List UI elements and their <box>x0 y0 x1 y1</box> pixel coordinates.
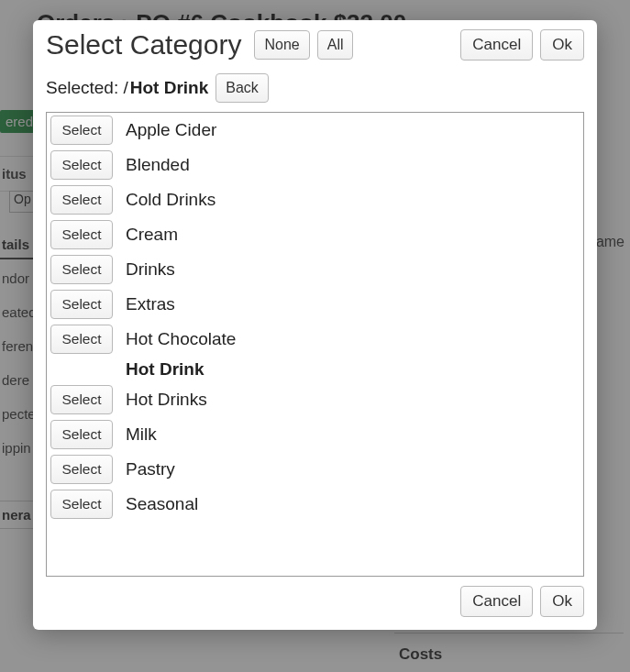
category-name: Hot Drink <box>118 359 204 380</box>
none-button[interactable]: None <box>254 30 309 60</box>
category-name: Milk <box>118 424 157 445</box>
category-row: SelectExtras <box>47 287 583 322</box>
select-button[interactable]: Select <box>50 116 113 145</box>
category-name: Seasonal <box>118 494 198 514</box>
category-name: Extras <box>118 294 175 314</box>
category-list: SelectApple CiderSelectBlendedSelectCold… <box>46 112 584 577</box>
category-row: Hot Drink <box>47 357 583 382</box>
select-button[interactable]: Select <box>50 385 113 414</box>
ok-button-bottom[interactable]: Ok <box>540 586 584 617</box>
select-category-dialog: Select Category None All Cancel Ok Selec… <box>33 20 597 630</box>
category-name: Hot Drinks <box>118 390 207 410</box>
category-row: SelectPastry <box>47 452 583 487</box>
category-name: Pastry <box>118 459 175 479</box>
select-button[interactable]: Select <box>50 150 113 180</box>
modal-overlay: Select Category None All Cancel Ok Selec… <box>0 0 630 672</box>
select-button[interactable]: Select <box>50 455 113 484</box>
category-row: SelectSeasonal <box>47 487 583 522</box>
cancel-button-top[interactable]: Cancel <box>460 29 533 61</box>
select-slot: Select <box>50 220 118 249</box>
select-slot: Select <box>50 455 118 484</box>
category-name: Cold Drinks <box>118 190 216 210</box>
select-button[interactable]: Select <box>50 420 113 449</box>
selected-prefix: Selected: / <box>46 78 128 98</box>
category-name: Hot Chocolate <box>118 329 236 349</box>
category-name: Cream <box>118 225 178 245</box>
select-slot: Select <box>50 116 118 145</box>
select-slot: Select <box>50 490 118 519</box>
cancel-button-bottom[interactable]: Cancel <box>460 586 533 617</box>
dialog-footer: Cancel Ok <box>46 577 584 617</box>
back-button[interactable]: Back <box>216 73 269 103</box>
select-slot: Select <box>50 325 118 354</box>
select-button[interactable]: Select <box>50 490 113 519</box>
all-button[interactable]: All <box>317 30 354 60</box>
select-slot: Select <box>50 255 118 284</box>
select-button[interactable]: Select <box>50 220 113 249</box>
category-name: Apple Cider <box>118 120 216 140</box>
category-name: Blended <box>118 155 190 175</box>
select-slot: Select <box>50 185 118 215</box>
category-row: SelectDrinks <box>47 252 583 287</box>
category-name: Drinks <box>118 259 175 280</box>
dialog-header: Select Category None All Cancel Ok <box>46 29 584 61</box>
selected-value: Hot Drink <box>130 78 209 98</box>
select-slot: Select <box>50 385 118 414</box>
ok-button-top[interactable]: Ok <box>540 29 584 61</box>
category-row: SelectApple Cider <box>47 113 583 148</box>
select-button[interactable]: Select <box>50 185 113 215</box>
selected-path: Selected: / Hot Drink Back <box>46 73 584 103</box>
select-button[interactable]: Select <box>50 255 113 284</box>
dialog-title: Select Category <box>46 29 241 61</box>
select-button[interactable]: Select <box>50 290 113 319</box>
category-row: SelectHot Drinks <box>47 382 583 417</box>
select-slot: Select <box>50 420 118 449</box>
select-slot: Select <box>50 290 118 319</box>
category-row: SelectCold Drinks <box>47 182 583 217</box>
category-row: SelectCream <box>47 217 583 252</box>
category-row: SelectMilk <box>47 417 583 452</box>
select-slot: Select <box>50 150 118 180</box>
category-row: SelectBlended <box>47 148 583 182</box>
select-button[interactable]: Select <box>50 325 113 354</box>
category-row: SelectHot Chocolate <box>47 322 583 357</box>
